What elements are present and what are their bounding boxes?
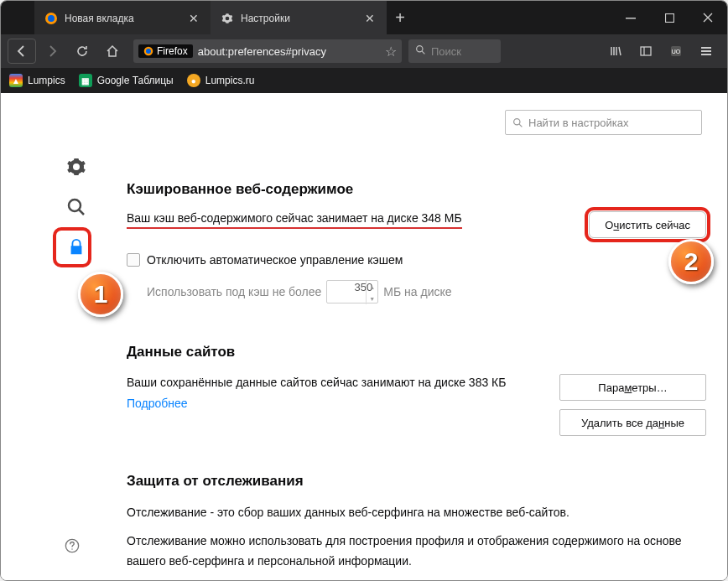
sidebar-icon[interactable] <box>632 39 660 64</box>
nav-toolbar: Firefox about:preferences#privacy ☆ Поис… <box>1 34 727 68</box>
cache-limit-prefix: Использовать под кэш не более <box>147 285 321 298</box>
library-icon[interactable] <box>601 39 630 64</box>
svg-rect-2 <box>626 18 636 19</box>
tracking-section: Защита от отслеживания Отслеживание - эт… <box>127 473 706 571</box>
sitedata-params-button[interactable]: Параметры… <box>559 374 706 401</box>
help-icon[interactable] <box>63 537 81 555</box>
window-controls <box>611 1 727 34</box>
minimize-button[interactable] <box>611 1 650 34</box>
disable-auto-cache-row[interactable]: Отключить автоматическое управление кэше… <box>127 253 706 267</box>
tracking-p1: Отслеживание - это сбор ваших данных веб… <box>127 503 706 523</box>
disable-auto-cache-label: Отключить автоматическое управление кэше… <box>147 253 403 267</box>
close-icon[interactable]: ✕ <box>363 12 377 25</box>
bookmark-lumpics[interactable]: ▲ Lumpics <box>9 74 65 87</box>
browser-window: Новая вкладка ✕ Настройки ✕ + Firefox <box>0 0 728 581</box>
tab-new[interactable]: Новая вкладка ✕ <box>34 1 211 34</box>
bookmark-google-sheets[interactable]: ▦ Google Таблицы <box>79 74 174 87</box>
maximize-button[interactable] <box>650 1 689 34</box>
firefox-icon <box>143 46 153 56</box>
svg-point-11 <box>69 200 81 211</box>
home-button[interactable] <box>98 39 127 64</box>
bookmark-star-icon[interactable]: ☆ <box>385 44 397 60</box>
search-icon <box>415 44 426 59</box>
bookmark-icon: ▲ <box>9 74 23 87</box>
gear-icon <box>221 12 234 25</box>
svg-point-5 <box>146 49 151 54</box>
tracking-p2: Отслеживание можно использовать для пост… <box>127 532 706 572</box>
tab-label: Новая вкладка <box>65 13 180 24</box>
preferences-content: Найти в настройках Кэшированное веб-соде… <box>1 93 727 580</box>
sitedata-section: Данные сайтов Ваши сохранённые данные са… <box>127 344 706 436</box>
svg-text:UO: UO <box>672 49 681 54</box>
cache-heading: Кэшированное веб-содержимое <box>127 181 706 198</box>
menu-button[interactable] <box>692 39 720 64</box>
identity-label: Firefox <box>157 45 188 57</box>
close-icon[interactable]: ✕ <box>187 12 200 25</box>
annotation-badge-2: 2 <box>668 239 714 284</box>
annotation-badge-1: 1 <box>78 272 123 317</box>
close-window-button[interactable] <box>689 1 727 34</box>
sitedata-status-text: Ваши сохранённые данные сайтов сейчас за… <box>127 374 543 392</box>
bookmarks-bar: ▲ Lumpics ▦ Google Таблицы ● Lumpics.ru <box>1 68 727 93</box>
tracking-heading: Защита от отслеживания <box>127 473 706 490</box>
bookmark-icon: ● <box>187 74 200 87</box>
sitedata-more-link[interactable]: Подробнее <box>127 397 188 410</box>
ublock-icon[interactable]: UO <box>662 39 690 64</box>
tab-settings[interactable]: Настройки ✕ <box>211 1 387 34</box>
svg-rect-7 <box>641 47 651 55</box>
back-button[interactable] <box>8 39 36 64</box>
tab-bar: Новая вкладка ✕ Настройки ✕ + <box>1 1 727 34</box>
sitedata-heading: Данные сайтов <box>127 344 706 361</box>
bookmark-icon: ▦ <box>79 74 92 87</box>
sitedata-delete-button[interactable]: Удалить все данные <box>559 409 706 436</box>
cache-status-text: Ваш кэш веб-содержимого сейчас занимает … <box>127 211 462 229</box>
url-bar[interactable]: Firefox about:preferences#privacy ☆ <box>133 39 402 63</box>
svg-point-13 <box>71 548 72 549</box>
clear-cache-button[interactable]: Очистить сейчас <box>589 211 706 238</box>
svg-point-10 <box>514 118 520 124</box>
search-placeholder: Поиск <box>431 45 461 58</box>
url-text: about:preferences#privacy <box>198 45 380 58</box>
category-search-icon[interactable] <box>65 196 87 218</box>
firefox-icon <box>44 12 58 25</box>
cache-size-input[interactable]: 350 ▲▼ <box>326 280 378 303</box>
forward-button[interactable] <box>38 39 66 64</box>
svg-rect-3 <box>665 13 673 22</box>
prefs-search-placeholder: Найти в настройках <box>528 117 629 129</box>
svg-point-6 <box>417 46 423 52</box>
cache-limit-suffix: МБ на диске <box>383 285 451 298</box>
tab-label: Настройки <box>241 13 356 24</box>
cache-limit-row: Использовать под кэш не более 350 ▲▼ МБ … <box>127 280 706 303</box>
bookmark-label: Lumpics.ru <box>205 75 255 86</box>
identity-box[interactable]: Firefox <box>138 44 193 58</box>
prefs-main: Кэшированное веб-содержимое Ваш кэш веб-… <box>127 181 706 571</box>
stepper-icon[interactable]: ▲▼ <box>366 281 377 304</box>
bookmark-label: Lumpics <box>28 75 65 86</box>
annotation-highlight-1 <box>53 227 91 267</box>
new-tab-button[interactable]: + <box>387 1 413 34</box>
search-icon <box>512 117 523 128</box>
category-general-icon[interactable] <box>65 156 87 178</box>
bookmark-label: Google Таблицы <box>97 75 174 86</box>
checkbox-icon[interactable] <box>127 253 140 267</box>
svg-point-1 <box>48 15 55 22</box>
prefs-search-input[interactable]: Найти в настройках <box>505 110 702 135</box>
search-bar[interactable]: Поиск <box>408 39 501 63</box>
cache-section: Кэшированное веб-содержимое Ваш кэш веб-… <box>127 181 706 303</box>
reload-button[interactable] <box>68 39 96 64</box>
bookmark-lumpics-ru[interactable]: ● Lumpics.ru <box>187 74 255 87</box>
